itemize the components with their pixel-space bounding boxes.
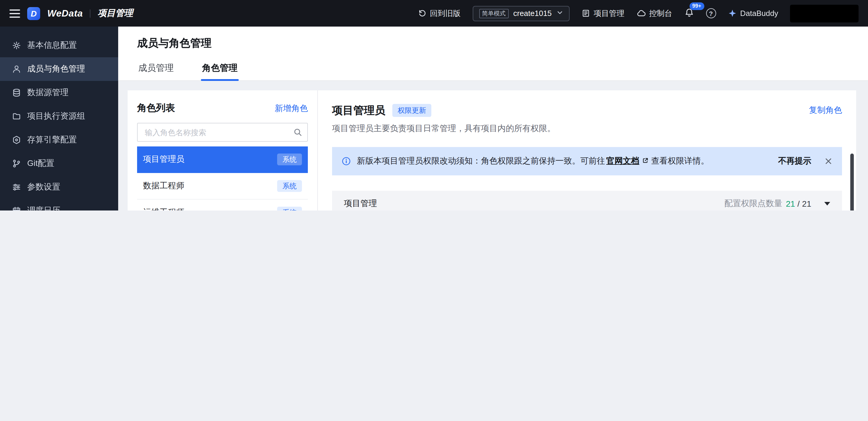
tab-member-management[interactable]: 成员管理 <box>137 57 175 80</box>
sidebar-item-label: 基本信息配置 <box>27 40 77 51</box>
role-description: 项目管理员主要负责项目日常管理，具有项目内的所有权限。 <box>332 123 842 134</box>
sidebar: 基本信息配置 成员与角色管理 数据源管理 <box>0 27 118 210</box>
sidebar-item-params[interactable]: 参数设置 <box>0 175 118 199</box>
sidebar-item-label: 调度日历 <box>27 205 60 210</box>
search-icon[interactable] <box>293 128 303 139</box>
project-selector[interactable]: 简单模式 create1015 <box>472 6 569 21</box>
sliders-icon <box>12 183 21 192</box>
project-name: create1015 <box>513 9 552 18</box>
nav-project-management[interactable]: 项目管理 <box>581 8 624 19</box>
databuddy-button[interactable]: DataBuddy <box>728 9 778 18</box>
add-role-button[interactable]: 新增角色 <box>275 103 308 114</box>
topbar-app-title: 项目管理 <box>97 8 133 19</box>
sidebar-item-label: Git配置 <box>27 158 54 169</box>
perm-total: 21 <box>802 199 811 208</box>
notice-banner: 新版本项目管理员权限改动须知：角色权限跟之前保持一致。可前往官网文档查看权限详情… <box>332 147 842 175</box>
sidebar-item-schedule-calendar[interactable]: 调度日历 <box>0 199 118 210</box>
permission-updated-badge: 权限更新 <box>392 104 431 117</box>
folder-icon <box>12 111 21 121</box>
role-name: 运维工程师 <box>143 207 184 210</box>
menu-icon[interactable] <box>9 9 20 18</box>
role-search-box <box>137 123 308 142</box>
info-icon <box>342 157 351 166</box>
notification-count-badge: 99+ <box>689 2 704 10</box>
banner-text-before: 新版本项目管理员权限改动须知：角色权限跟之前保持一致。可前往 <box>357 156 605 166</box>
brand-name: WeData <box>47 8 83 19</box>
sidebar-item-label: 存算引擎配置 <box>27 135 77 145</box>
sidebar-item-label: 参数设置 <box>27 182 60 193</box>
role-row-data-engineer[interactable]: 数据工程师 系统 <box>137 173 308 200</box>
topbar: D WeData 项目管理 回到旧版 简单模式 create1015 <box>0 0 868 27</box>
page-header: 成员与角色管理 成员管理 角色管理 <box>118 27 868 81</box>
back-to-old-version-button[interactable]: 回到旧版 <box>417 8 461 19</box>
sidebar-item-label: 项目执行资源组 <box>27 111 85 122</box>
sidebar-item-exec-resource-group[interactable]: 项目执行资源组 <box>0 104 118 128</box>
role-list-title: 角色列表 <box>137 102 175 115</box>
help-icon[interactable]: ? <box>706 8 716 18</box>
bell-icon <box>684 10 694 19</box>
chevron-down-icon <box>556 9 563 18</box>
perm-count: 21 <box>786 199 795 208</box>
role-row-project-admin[interactable]: 项目管理员 系统 <box>137 147 308 173</box>
sidebar-item-datasource[interactable]: 数据源管理 <box>0 81 118 104</box>
permission-groups: 项目管理 配置权限点数量 21 / 21 数仓规划 <box>332 191 842 210</box>
external-link-icon[interactable] <box>642 157 649 166</box>
perm-count-label: 配置权限点数量 <box>724 198 782 209</box>
calendar-icon <box>12 206 21 210</box>
mode-badge: 简单模式 <box>479 8 508 18</box>
system-badge: 系统 <box>277 180 302 192</box>
database-icon <box>12 88 21 97</box>
wedata-logo-icon[interactable]: D <box>27 7 40 20</box>
role-name: 项目管理员 <box>143 154 184 165</box>
notifications-button[interactable]: 99+ <box>684 7 694 19</box>
role-detail-title: 项目管理员 <box>332 103 385 118</box>
account-area-redacted[interactable] <box>790 4 859 22</box>
role-search-input[interactable] <box>144 127 288 137</box>
sparkle-icon <box>728 9 737 18</box>
undo-icon <box>417 9 426 18</box>
copy-role-button[interactable]: 复制角色 <box>809 105 842 116</box>
document-icon <box>581 9 590 18</box>
role-row-ops-engineer[interactable]: 运维工程师 系统 <box>137 200 308 210</box>
engine-icon <box>12 135 21 145</box>
sidebar-item-label: 数据源管理 <box>27 87 68 98</box>
close-icon[interactable] <box>824 157 833 165</box>
sidebar-item-members-roles[interactable]: 成员与角色管理 <box>0 57 118 81</box>
system-badge: 系统 <box>277 154 302 165</box>
role-name: 数据工程师 <box>143 181 184 191</box>
app-window: D WeData 项目管理 回到旧版 简单模式 create1015 <box>0 0 868 210</box>
page-title: 成员与角色管理 <box>137 36 849 50</box>
role-list-panel: 角色列表 新增角色 <box>128 90 318 210</box>
role-management-card: 角色列表 新增角色 <box>128 90 856 210</box>
tab-role-management[interactable]: 角色管理 <box>201 57 239 80</box>
content-area: 角色列表 新增角色 <box>118 81 868 210</box>
official-docs-link[interactable]: 官网文档 <box>606 156 639 166</box>
system-badge: 系统 <box>277 207 302 210</box>
sidebar-item-engine-config[interactable]: 存算引擎配置 <box>0 128 118 152</box>
divider <box>90 9 90 18</box>
sidebar-item-label: 成员与角色管理 <box>27 64 85 74</box>
console-cloud-icon <box>636 8 646 18</box>
dont-remind-button[interactable]: 不再提示 <box>778 156 811 166</box>
nav-console[interactable]: 控制台 <box>636 8 672 19</box>
role-detail-panel: 项目管理员 权限更新 复制角色 项目管理员主要负责项目日常管理，具有项目内的所有… <box>318 90 856 210</box>
sidebar-item-basic-info[interactable]: 基本信息配置 <box>0 34 118 57</box>
group-name: 项目管理 <box>344 198 377 209</box>
permission-group-project-management[interactable]: 项目管理 配置权限点数量 21 / 21 <box>332 191 842 210</box>
git-branch-icon <box>12 159 21 168</box>
main-area: 成员与角色管理 成员管理 角色管理 角色列表 新增角色 <box>118 27 868 210</box>
chevron-down-icon[interactable] <box>824 202 830 205</box>
role-list: 项目管理员 系统 数据工程师 系统 运维工程师 系统 <box>137 147 308 210</box>
tab-bar: 成员管理 角色管理 <box>118 57 868 81</box>
banner-text-after: 查看权限详情。 <box>651 156 709 166</box>
vertical-scrollbar[interactable] <box>850 154 854 210</box>
sidebar-item-git[interactable]: Git配置 <box>0 152 118 175</box>
gear-icon <box>12 41 21 50</box>
person-icon <box>12 64 21 74</box>
